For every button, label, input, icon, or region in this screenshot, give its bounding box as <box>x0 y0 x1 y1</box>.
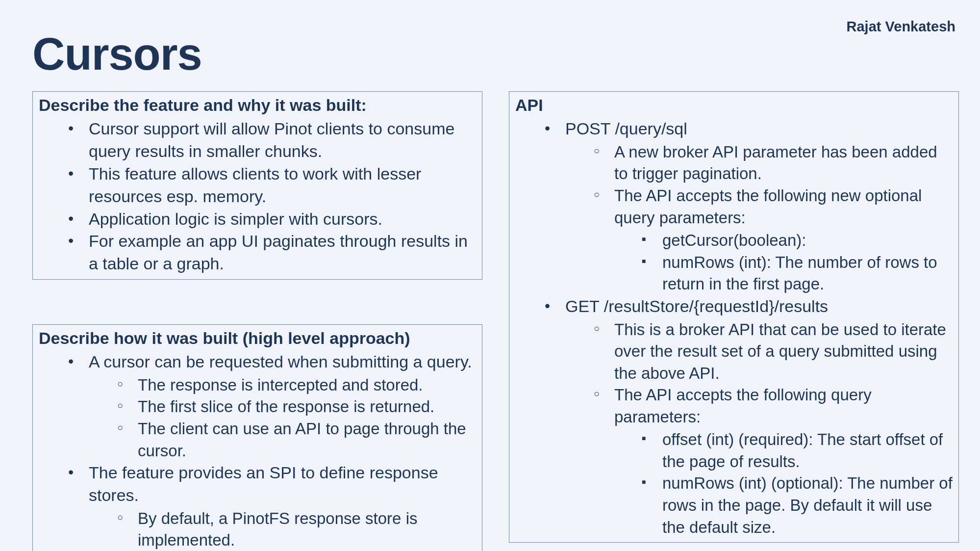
api-box: API POST /query/sql A new broker API par… <box>509 91 959 543</box>
list-item: The client can use an API to page throug… <box>117 418 476 462</box>
list-item: The feature provides an SPI to define re… <box>68 462 476 551</box>
page-title: Cursors <box>32 28 202 80</box>
sub-sub-list: getCursor(boolean): numRows (int): The n… <box>614 230 953 295</box>
box-heading: Describe how it was built (high level ap… <box>39 329 476 348</box>
approach-list: A cursor can be requested when submittin… <box>39 351 476 551</box>
feature-list: Cursor support will allow Pinot clients … <box>39 118 476 275</box>
list-item: This feature allows clients to work with… <box>68 163 476 208</box>
api-list: POST /query/sql A new broker API paramet… <box>515 118 953 538</box>
list-item-text: GET /resultStore/{requestId}/results <box>565 297 828 315</box>
box-heading: Describe the feature and why it was buil… <box>39 96 476 115</box>
list-item: Cursor support will allow Pinot clients … <box>68 118 476 163</box>
sub-sub-list: offset (int) (required): The start offse… <box>614 429 953 538</box>
box-heading: API <box>515 96 953 115</box>
author-label: Rajat Venkatesh <box>847 19 955 35</box>
list-item: numRows (int) (optional): The number of … <box>642 472 953 538</box>
list-item-text: POST /query/sql <box>565 119 687 138</box>
sub-list: By default, a PinotFS response store is … <box>89 508 476 551</box>
list-item: offset (int) (required): The start offse… <box>642 429 953 472</box>
sub-list: The response is intercepted and stored. … <box>89 374 476 462</box>
list-item: A cursor can be requested when submittin… <box>68 351 476 462</box>
list-item-text: The API accepts the following query para… <box>614 386 872 426</box>
list-item: By default, a PinotFS response store is … <box>117 508 476 551</box>
list-item: The first slice of the response is retur… <box>117 396 476 418</box>
list-item: numRows (int): The number of rows to ret… <box>642 252 953 295</box>
feature-description-box: Describe the feature and why it was buil… <box>32 91 482 280</box>
list-item: The API accepts the following query para… <box>594 384 953 538</box>
list-item-text: A cursor can be requested when submittin… <box>89 352 472 371</box>
sub-list: This is a broker API that can be used to… <box>565 319 953 538</box>
list-item: POST /query/sql A new broker API paramet… <box>545 118 953 295</box>
list-item-text: The feature provides an SPI to define re… <box>89 463 438 504</box>
list-item: For example an app UI paginates through … <box>68 230 476 275</box>
list-item-text: The API accepts the following new option… <box>614 186 922 227</box>
list-item: A new broker API parameter has been adde… <box>594 141 953 185</box>
sub-list: A new broker API parameter has been adde… <box>565 141 953 295</box>
list-item: This is a broker API that can be used to… <box>594 319 953 385</box>
approach-description-box: Describe how it was built (high level ap… <box>32 324 482 551</box>
list-item: GET /resultStore/{requestId}/results Thi… <box>545 295 953 538</box>
list-item: Application logic is simpler with cursor… <box>68 208 476 231</box>
list-item: The response is intercepted and stored. <box>117 374 476 396</box>
list-item: The API accepts the following new option… <box>594 185 953 295</box>
list-item: getCursor(boolean): <box>642 230 953 252</box>
